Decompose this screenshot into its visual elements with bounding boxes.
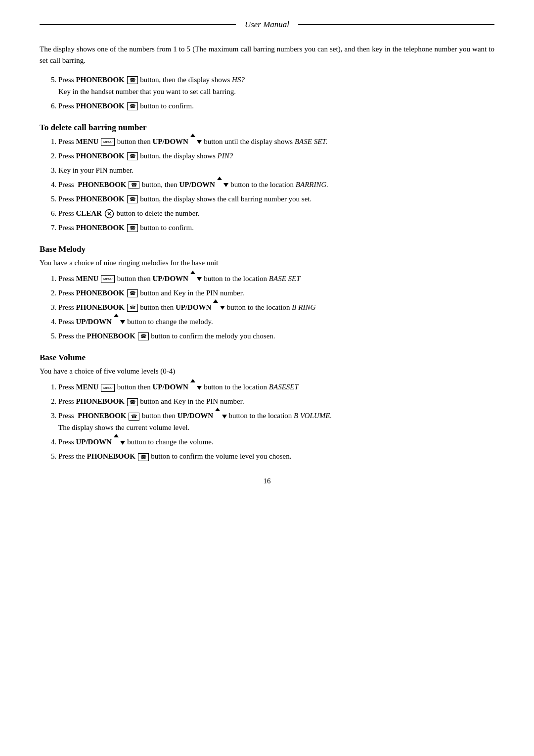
phonebook-icon-m3 xyxy=(127,304,138,312)
down-arrow-v3 xyxy=(222,415,227,419)
base-melody-heading: Base Melody xyxy=(40,244,494,254)
melody-item-5: Press the PHONEBOOK button to confirm th… xyxy=(58,330,494,342)
down-arrow-d4 xyxy=(223,183,228,187)
phonebook-label-d5: PHONEBOOK xyxy=(76,195,124,203)
call-barring-set-list: Press PHONEBOOK button, then the display… xyxy=(58,74,494,112)
delete-item-1: Press MENU MENU button then UP/DOWN butt… xyxy=(58,136,494,147)
phonebook-icon-d4 xyxy=(129,181,139,189)
phonebook-label-6: PHONEBOOK xyxy=(76,102,124,110)
up-arrow-m4 xyxy=(114,314,119,317)
melody-item-1: Press MENU MENU button then UP/DOWN butt… xyxy=(58,273,494,284)
header-line-left xyxy=(40,24,236,25)
base-set-label-d1: BASE SET. xyxy=(295,138,327,145)
up-arrow-d1 xyxy=(190,134,195,137)
base-volume-list: Press MENU MENU button then UP/DOWN butt… xyxy=(58,381,494,462)
updown-label-v3: UP/DOWN xyxy=(178,412,214,420)
baseset-label-v1: BASESET xyxy=(269,383,299,391)
phonebook-icon-d2 xyxy=(127,152,138,160)
phonebook-label-v3: PHONEBOOK xyxy=(78,412,126,420)
phonebook-icon-m2 xyxy=(127,289,138,297)
phonebook-icon-m5 xyxy=(138,332,149,340)
page-header: User Manual xyxy=(40,20,494,30)
clear-icon-d6 xyxy=(104,209,114,219)
phonebook-label-v5: PHONEBOOK xyxy=(87,452,135,460)
updown-label-m4: UP/DOWN xyxy=(76,318,112,326)
bvolume-label: B VOLUME. xyxy=(294,412,332,420)
updown-label-d4: UP/DOWN xyxy=(179,181,215,189)
updown-label-m3: UP/DOWN xyxy=(176,303,212,311)
list-item-6: Press PHONEBOOK button to confirm. xyxy=(58,100,494,112)
updown-label-m1: UP/DOWN xyxy=(152,275,188,283)
volume-item-1: Press MENU MENU button then UP/DOWN butt… xyxy=(58,381,494,393)
delete-section-heading: To delete call barring number xyxy=(40,123,494,133)
down-arrow-v1 xyxy=(197,386,202,390)
header-line-right xyxy=(298,24,494,25)
phonebook-icon-d5 xyxy=(127,195,138,203)
melody-item-2: Press PHONEBOOK button and Key in the PI… xyxy=(58,287,494,299)
up-arrow-m1 xyxy=(190,271,195,274)
phonebook-label-m3: PHONEBOOK xyxy=(76,303,124,311)
clear-label-d6: CLEAR xyxy=(76,209,102,217)
down-arrow-m3 xyxy=(220,306,225,310)
delete-item-5: Press PHONEBOOK button, the display show… xyxy=(58,193,494,205)
up-arrow-d4 xyxy=(217,177,222,180)
volume-item-4: Press UP/DOWN button to change the volum… xyxy=(58,436,494,448)
phonebook-icon-d7 xyxy=(127,224,138,232)
delete-item-4: Press PHONEBOOK button, then UP/DOWN but… xyxy=(58,179,494,190)
delete-item-6: Press CLEAR button to delete the number. xyxy=(58,207,494,219)
page-footer: 16 xyxy=(40,477,494,485)
delete-item-3: Key in your PIN number. xyxy=(58,164,494,176)
up-arrow-v1 xyxy=(190,379,195,382)
up-arrow-v3 xyxy=(215,408,220,411)
pin-label-d2: PIN? xyxy=(218,152,233,160)
menu-icon-m1: MENU xyxy=(101,275,115,283)
volume-item-2: Press PHONEBOOK button and Key in the PI… xyxy=(58,395,494,407)
up-arrow-v4 xyxy=(114,434,119,437)
bring-label: B RING xyxy=(292,303,315,311)
phonebook-label-5a: PHONEBOOK xyxy=(76,76,124,84)
base-volume-intro: You have a choice of five volume levels … xyxy=(40,366,494,377)
base-volume-heading: Base Volume xyxy=(40,353,494,363)
delete-item-7: Press PHONEBOOK button to confirm. xyxy=(58,222,494,234)
intro-paragraph: The display shows one of the numbers fro… xyxy=(40,44,494,67)
phonebook-label-d2: PHONEBOOK xyxy=(76,152,124,160)
updown-label-d1: UP/DOWN xyxy=(152,138,188,145)
volume-item-3: Press PHONEBOOK button then UP/DOWN butt… xyxy=(58,410,494,433)
phonebook-icon-5a xyxy=(127,76,138,84)
volume-item-5: Press the PHONEBOOK button to confirm th… xyxy=(58,450,494,462)
base-melody-list: Press MENU MENU button then UP/DOWN butt… xyxy=(58,273,494,342)
down-arrow-m4 xyxy=(120,320,125,324)
phonebook-label-d4: PHONEBOOK xyxy=(78,181,126,189)
phonebook-icon-v3 xyxy=(129,413,139,421)
down-arrow-m1 xyxy=(197,277,202,281)
base-melody-intro: You have a choice of nine ringing melodi… xyxy=(40,257,494,269)
barring-label: BARRING. xyxy=(296,181,328,189)
up-arrow-m3 xyxy=(213,299,218,303)
menu-icon-d1: MENU xyxy=(101,138,115,146)
phonebook-label-v2: PHONEBOOK xyxy=(76,397,124,405)
down-arrow-v4 xyxy=(120,441,125,445)
delete-item-2: Press PHONEBOOK button, the display show… xyxy=(58,150,494,162)
menu-label-d1: MENU xyxy=(76,138,98,145)
menu-label-v1: MENU xyxy=(76,383,98,391)
phonebook-label-m5: PHONEBOOK xyxy=(87,332,135,340)
updown-label-v1: UP/DOWN xyxy=(152,383,188,391)
baseset-label-m1: BASE SET xyxy=(269,275,301,283)
melody-item-3: Press PHONEBOOK button then UP/DOWN butt… xyxy=(58,301,494,313)
phonebook-label-d7: PHONEBOOK xyxy=(76,224,124,232)
phonebook-icon-v5 xyxy=(138,453,149,461)
phonebook-icon-6 xyxy=(127,102,138,110)
menu-label-m1: MENU xyxy=(76,275,98,283)
down-arrow-d1 xyxy=(197,140,202,144)
phonebook-icon-v2 xyxy=(127,398,138,406)
list-item-5: Press PHONEBOOK button, then the display… xyxy=(58,74,494,97)
header-title: User Manual xyxy=(236,20,298,30)
melody-item-4: Press UP/DOWN button to change the melod… xyxy=(58,316,494,328)
menu-icon-v1: MENU xyxy=(101,384,115,392)
page-number: 16 xyxy=(264,477,271,485)
hs-label: HS? xyxy=(232,76,245,84)
updown-label-v4: UP/DOWN xyxy=(76,438,112,446)
phonebook-label-m2: PHONEBOOK xyxy=(76,289,124,297)
delete-list: Press MENU MENU button then UP/DOWN butt… xyxy=(58,136,494,234)
